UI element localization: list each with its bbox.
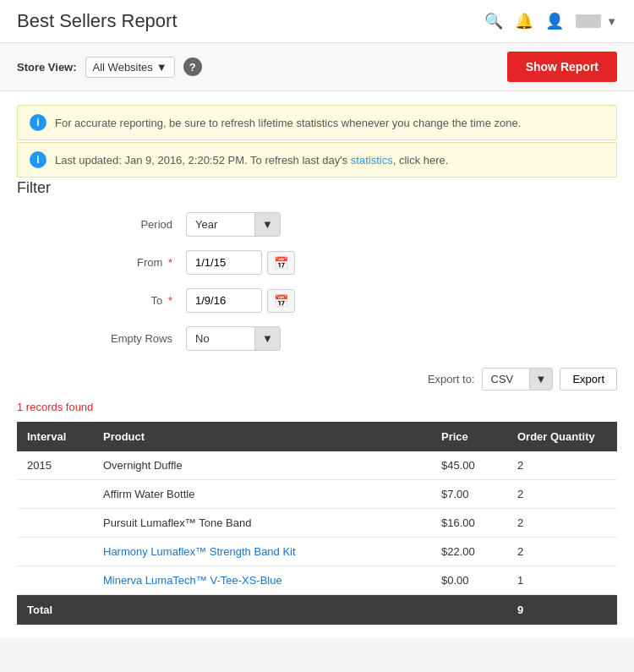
info-text-before: Last updated: Jan 9, 2016, 2:20:52 PM. T… bbox=[55, 154, 351, 167]
report-table: Interval Product Price Order Quantity 20… bbox=[17, 422, 617, 625]
cell-product: Pursuit Lumaflex™ Tone Band bbox=[93, 509, 431, 538]
cell-price: $0.00 bbox=[431, 566, 507, 595]
period-control: Year ▼ bbox=[186, 212, 281, 237]
total-label-cell: Total bbox=[17, 595, 93, 626]
col-header-price: Price bbox=[431, 422, 507, 451]
info-banner-1: i For accurate reporting, be sure to ref… bbox=[17, 105, 617, 140]
store-view-dropdown[interactable]: All Websites ▼ bbox=[85, 57, 175, 78]
statistics-link[interactable]: statistics bbox=[351, 154, 393, 167]
col-header-qty: Order Quantity bbox=[507, 422, 617, 451]
period-label: Period bbox=[17, 218, 186, 231]
empty-rows-value: No bbox=[187, 327, 254, 350]
info-icon-1: i bbox=[30, 114, 46, 131]
main-content: i For accurate reporting, be sure to ref… bbox=[0, 91, 634, 638]
bell-icon[interactable]: 🔔 bbox=[515, 12, 533, 30]
from-control: 📅 bbox=[186, 250, 295, 275]
export-format-value: CSV bbox=[483, 369, 529, 390]
user-avatar bbox=[576, 14, 601, 28]
table-row: Harmony Lumaflex™ Strength Band Kit$22.0… bbox=[17, 538, 617, 566]
cell-interval bbox=[17, 480, 93, 509]
product-link[interactable]: Minerva LumaTech™ V-Tee-XS-Blue bbox=[103, 574, 282, 587]
cell-product: Overnight Duffle bbox=[93, 451, 431, 480]
info-banner-2: i Last updated: Jan 9, 2016, 2:20:52 PM.… bbox=[17, 142, 617, 178]
to-input[interactable] bbox=[186, 288, 262, 313]
cell-product[interactable]: Minerva LumaTech™ V-Tee-XS-Blue bbox=[93, 566, 431, 595]
info-text-after: , click here. bbox=[393, 154, 449, 167]
period-arrow[interactable]: ▼ bbox=[254, 213, 280, 236]
from-row: From * 📅 bbox=[17, 250, 617, 275]
user-dropdown-arrow: ▼ bbox=[606, 15, 617, 28]
top-header: Best Sellers Report 🔍 🔔 👤 ▼ bbox=[0, 0, 634, 43]
cell-qty: 2 bbox=[507, 480, 617, 509]
records-found: 1 records found bbox=[17, 401, 617, 413]
cell-price: $22.00 bbox=[431, 538, 507, 566]
cell-qty: 2 bbox=[507, 451, 617, 480]
col-header-interval: Interval bbox=[17, 422, 93, 451]
page-title: Best Sellers Report bbox=[17, 10, 178, 32]
info-icon-2: i bbox=[30, 151, 46, 168]
from-label: From * bbox=[17, 256, 186, 269]
table-row: Affirm Water Bottle$7.002 bbox=[17, 480, 617, 509]
total-qty-cell: 9 bbox=[507, 595, 617, 626]
cell-qty: 1 bbox=[507, 566, 617, 595]
from-required: * bbox=[165, 256, 172, 269]
period-value: Year bbox=[187, 213, 254, 236]
empty-rows-control: No ▼ bbox=[186, 326, 281, 351]
export-button[interactable]: Export bbox=[560, 368, 617, 391]
store-view-label: Store View: bbox=[17, 61, 77, 74]
store-view-bar: Store View: All Websites ▼ ? Show Report bbox=[0, 43, 634, 91]
empty-rows-label: Empty Rows bbox=[17, 332, 186, 345]
info-text-1: For accurate reporting, be sure to refre… bbox=[55, 117, 521, 129]
table-row: Pursuit Lumaflex™ Tone Band$16.002 bbox=[17, 509, 617, 538]
filter-form: Period Year ▼ From * 📅 To * bbox=[17, 212, 617, 351]
from-input[interactable] bbox=[186, 250, 262, 275]
cell-price: $7.00 bbox=[431, 480, 507, 509]
table-total-row: Total 9 bbox=[17, 595, 617, 626]
export-format-arrow[interactable]: ▼ bbox=[529, 369, 553, 390]
table-header-row: Interval Product Price Order Quantity bbox=[17, 422, 617, 451]
to-required: * bbox=[165, 294, 172, 307]
cell-product[interactable]: Harmony Lumaflex™ Strength Band Kit bbox=[93, 538, 431, 566]
from-calendar-icon[interactable]: 📅 bbox=[267, 251, 295, 275]
export-row: Export to: CSV ▼ Export bbox=[17, 368, 617, 391]
cell-interval bbox=[17, 566, 93, 595]
empty-rows-select[interactable]: No ▼ bbox=[186, 326, 281, 351]
cell-price: $45.00 bbox=[431, 451, 507, 480]
header-icons: 🔍 🔔 👤 ▼ bbox=[484, 12, 617, 30]
cell-qty: 2 bbox=[507, 509, 617, 538]
export-format-select[interactable]: CSV ▼ bbox=[482, 368, 554, 391]
to-label: To * bbox=[17, 294, 186, 307]
table-row: 2015Overnight Duffle$45.002 bbox=[17, 451, 617, 480]
store-view-left: Store View: All Websites ▼ ? bbox=[17, 57, 202, 78]
product-link[interactable]: Harmony Lumaflex™ Strength Band Kit bbox=[103, 545, 296, 558]
export-label: Export to: bbox=[428, 373, 475, 385]
to-calendar-icon[interactable]: 📅 bbox=[267, 289, 295, 313]
cell-product: Affirm Water Bottle bbox=[93, 480, 431, 509]
help-icon[interactable]: ? bbox=[183, 57, 202, 76]
table-row: Minerva LumaTech™ V-Tee-XS-Blue$0.001 bbox=[17, 566, 617, 595]
user-icon[interactable]: 👤 bbox=[545, 12, 564, 30]
filter-title: Filter bbox=[17, 179, 617, 197]
to-row: To * 📅 bbox=[17, 288, 617, 313]
cell-interval bbox=[17, 538, 93, 566]
show-report-button[interactable]: Show Report bbox=[507, 52, 617, 82]
info-text-2: Last updated: Jan 9, 2016, 2:20:52 PM. T… bbox=[55, 154, 448, 167]
cell-price: $16.00 bbox=[431, 509, 507, 538]
to-control: 📅 bbox=[186, 288, 295, 313]
cell-interval bbox=[17, 509, 93, 538]
store-view-value: All Websites bbox=[93, 61, 153, 74]
cell-interval: 2015 bbox=[17, 451, 93, 480]
col-header-product: Product bbox=[93, 422, 431, 451]
user-area[interactable]: ▼ bbox=[576, 14, 617, 28]
empty-rows-arrow[interactable]: ▼ bbox=[254, 327, 280, 350]
period-row: Period Year ▼ bbox=[17, 212, 617, 237]
empty-rows-row: Empty Rows No ▼ bbox=[17, 326, 617, 351]
total-price-cell bbox=[431, 595, 507, 626]
search-icon[interactable]: 🔍 bbox=[484, 12, 503, 30]
period-select[interactable]: Year ▼ bbox=[186, 212, 281, 237]
cell-qty: 2 bbox=[507, 538, 617, 566]
store-view-arrow: ▼ bbox=[156, 61, 167, 74]
total-empty-cell bbox=[93, 595, 431, 626]
